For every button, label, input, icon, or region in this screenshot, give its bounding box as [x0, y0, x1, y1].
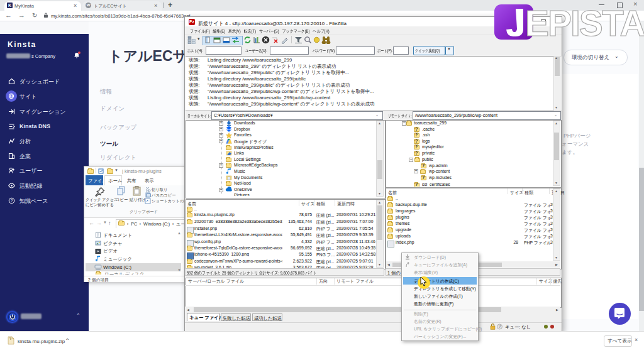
svg-text:?: ? — [499, 324, 501, 329]
svg-text:?: ? — [11, 198, 13, 202]
